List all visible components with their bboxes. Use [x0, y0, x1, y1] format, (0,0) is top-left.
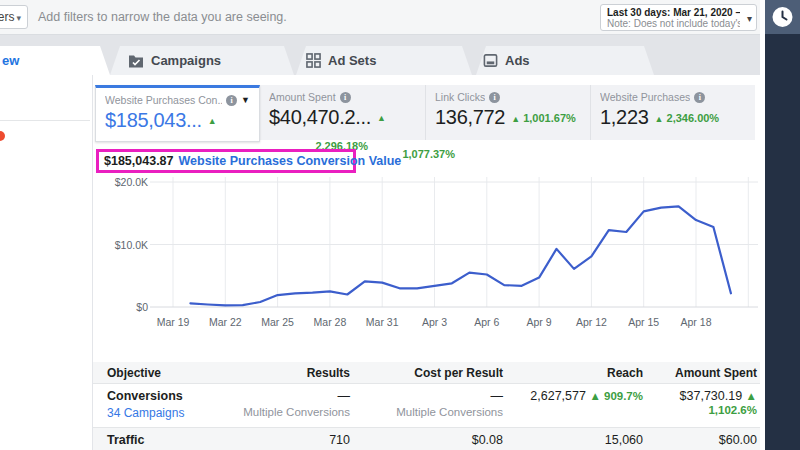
campaigns-table: Objective Results Cost per Result Reach … — [93, 362, 760, 450]
y-tick-label: $10.0K — [102, 239, 148, 251]
cost-per-result-sub: Multiple Conversions — [350, 406, 503, 418]
table-row[interactable]: Conversions 34 Campaigns — Multiple Conv… — [93, 384, 760, 427]
metric-label: Website Purchases — [600, 91, 690, 103]
filters-button[interactable]: ers▾ — [0, 5, 28, 29]
add-filters-placeholder[interactable]: Add filters to narrow the data you are s… — [38, 10, 287, 24]
filters-button-label: ers — [0, 10, 14, 24]
metric-label: Website Purchases Con... — [105, 94, 222, 106]
x-tick-label: Mar 22 — [199, 316, 251, 328]
right-toolbar — [765, 0, 800, 450]
cost-per-result-value: — — [350, 389, 503, 403]
metric-value: $185,043... — [105, 109, 202, 132]
metric-card-website-purchases[interactable]: Website Purchases i 1,223 ▲ 2,346.00% — [590, 85, 755, 140]
amount-spent-value: $60.00 — [643, 433, 757, 447]
x-tick-label: Apr 18 — [670, 316, 722, 328]
ads-card-icon — [483, 53, 498, 68]
x-tick-label: Apr 12 — [565, 316, 617, 328]
tab-ads[interactable]: Ads — [476, 46, 654, 75]
info-icon[interactable]: i — [489, 92, 500, 103]
amount-spent-value: $37,730.19 ▲ 1,102.6% — [643, 389, 757, 417]
metric-value: $40,470.2... — [269, 106, 371, 129]
campaigns-folder-icon — [128, 53, 144, 68]
column-header-objective[interactable]: Objective — [93, 366, 243, 380]
date-range-note: Note: Does not include today's da — [607, 18, 740, 29]
results-value: — — [243, 389, 350, 403]
column-header-amount-spent[interactable]: Amount Spent — [643, 366, 760, 380]
trend-up-icon: ▲ — [511, 114, 520, 124]
level-tabs: ew Campaigns Ad Sets Ads — [0, 35, 800, 75]
tab-account-overview[interactable]: ew — [0, 46, 110, 75]
x-tick-label: Apr 15 — [618, 316, 670, 328]
results-value: 710 — [243, 433, 350, 447]
info-icon[interactable]: i — [340, 92, 351, 103]
campaigns-count-link[interactable]: 34 Campaigns — [107, 406, 243, 420]
ad-sets-grid-icon — [306, 53, 321, 68]
chart-title-metric[interactable]: Website Purchases Conversion Value — [179, 154, 402, 168]
chevron-down-icon[interactable]: ▼ — [241, 95, 250, 105]
tab-ads-label: Ads — [505, 53, 530, 68]
column-header-results[interactable]: Results — [243, 366, 350, 380]
x-tick-label: Mar 28 — [304, 316, 356, 328]
trend-up-icon: ▲ — [208, 116, 217, 126]
x-tick-label: Apr 3 — [409, 316, 461, 328]
metric-value: 1,223 — [600, 106, 649, 129]
metric-card-website-purchases-conversion-value[interactable]: Website Purchases Con... i ▼ $185,043...… — [95, 85, 260, 142]
results-sub: Multiple Conversions — [243, 406, 350, 418]
metric-label: Amount Spent — [269, 91, 336, 103]
date-range-button[interactable]: Last 30 days: Mar 21, 2020 – Ap Note: Do… — [600, 4, 757, 31]
clock-icon — [765, 0, 800, 34]
left-panel-divider — [0, 120, 90, 121]
chart-title-highlight: $185,043.87 Website Purchases Conversion… — [96, 149, 356, 173]
cost-per-result-value: $0.08 — [350, 433, 503, 447]
trend-up-icon: ▲ — [655, 114, 664, 124]
x-tick-label: Mar 25 — [252, 316, 304, 328]
reach-value: 15,060 — [503, 433, 643, 447]
tab-campaigns-label: Campaigns — [151, 53, 221, 68]
column-header-reach[interactable]: Reach — [503, 366, 643, 380]
table-row[interactable]: Traffic 1 Campaign 710 Link Clicks $0.08… — [93, 427, 760, 450]
tab-ad-sets-label: Ad Sets — [328, 53, 376, 68]
table-header-row: Objective Results Cost per Result Reach … — [93, 362, 760, 384]
x-tick-label: Apr 6 — [461, 316, 513, 328]
y-tick-label: $0 — [102, 301, 148, 313]
filter-bar: ers▾ Add filters to narrow the data you … — [0, 0, 800, 35]
trend-up-icon: ▲ — [377, 113, 386, 123]
reach-value: 2,627,577 ▲ 909.7% — [503, 389, 643, 403]
metric-change: ▲ 2,346.00% — [655, 112, 720, 124]
column-header-cost-per-result[interactable]: Cost per Result — [350, 366, 503, 380]
x-tick-label: Mar 19 — [147, 316, 199, 328]
ads-manager-screen: ers▾ Add filters to narrow the data you … — [0, 0, 800, 450]
chart-line — [190, 206, 731, 305]
info-icon[interactable]: i — [694, 92, 705, 103]
metric-value: 136,772 — [435, 106, 505, 129]
reach-change: ▲ 909.7% — [589, 390, 643, 402]
y-tick-label: $20.0K — [102, 176, 148, 188]
tab-ad-sets[interactable]: Ad Sets — [296, 46, 472, 75]
metric-card-amount-spent[interactable]: Amount Spent i $40,470.2... ▲ — [260, 85, 425, 140]
right-toolbar-active-item[interactable] — [765, 0, 800, 34]
chevron-down-icon: ▾ — [747, 13, 752, 24]
chart-title-amount: $185,043.87 — [104, 154, 174, 168]
metric-change: ▲ 1,001.67% — [511, 112, 576, 124]
tab-campaigns[interactable]: Campaigns — [110, 46, 294, 75]
notification-dot — [0, 131, 5, 141]
objective-value: Conversions — [107, 389, 243, 403]
info-icon[interactable]: i — [226, 95, 237, 106]
tab-account-overview-label: ew — [2, 53, 19, 68]
x-tick-label: Apr 9 — [513, 316, 565, 328]
metric-label: Link Clicks — [435, 91, 485, 103]
date-range-value: Last 30 days: Mar 21, 2020 – Ap — [607, 7, 740, 18]
x-tick-label: Mar 31 — [356, 316, 408, 328]
metric-card-link-clicks[interactable]: Link Clicks i 136,772 ▲ 1,001.67% — [425, 85, 590, 140]
objective-value: Traffic — [107, 433, 243, 447]
chevron-down-icon: ▾ — [16, 13, 21, 23]
